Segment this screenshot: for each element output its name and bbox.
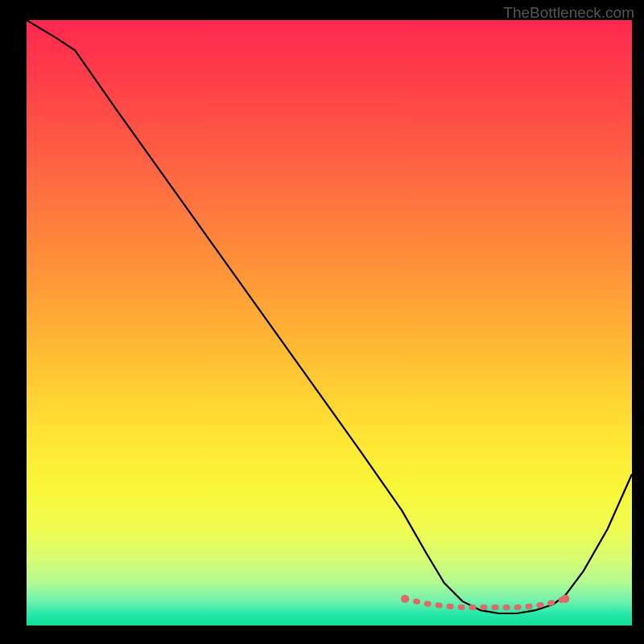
chart-plot-area bbox=[27, 20, 632, 625]
optimal-zone-endpoint bbox=[401, 595, 409, 603]
optimal-zone-line bbox=[405, 599, 565, 608]
optimal-zone-endpoint bbox=[561, 595, 569, 603]
watermark-text: TheBottleneck.com bbox=[503, 4, 634, 22]
bottleneck-curve-svg bbox=[27, 20, 632, 625]
bottleneck-curve-line bbox=[27, 20, 632, 613]
optimal-zone-markers bbox=[401, 595, 569, 608]
